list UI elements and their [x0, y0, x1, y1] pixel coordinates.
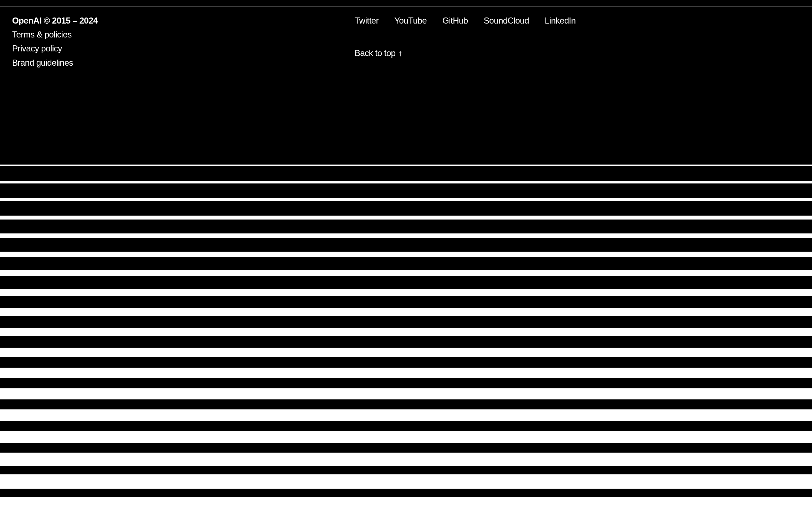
- stripe-gap: [0, 149, 812, 165]
- stripe: [0, 388, 812, 399]
- footer-right-column: Twitter YouTube GitHub SoundCloud Linked…: [226, 15, 800, 68]
- back-to-top-button[interactable]: Back to top ↑: [355, 47, 800, 59]
- stripe: [0, 252, 812, 257]
- stripe: [0, 198, 812, 201]
- stripe: [0, 368, 812, 378]
- github-link[interactable]: GitHub: [442, 15, 468, 26]
- stripe-gap: [0, 489, 812, 497]
- stripe: [0, 431, 812, 443]
- stripe-gap: [0, 466, 812, 475]
- soundcloud-link[interactable]: SoundCloud: [484, 15, 529, 26]
- stripe-gap: [0, 276, 812, 289]
- twitter-link[interactable]: Twitter: [355, 15, 379, 26]
- stripe-gap: [0, 316, 812, 328]
- stripe-gap: [0, 421, 812, 431]
- stripe: [0, 328, 812, 336]
- stripe: [0, 453, 812, 466]
- stripe-gap: [0, 238, 812, 252]
- linkedin-link[interactable]: LinkedIn: [545, 15, 576, 26]
- stripe-gap: [0, 378, 812, 389]
- arrow-up-icon: ↑: [399, 47, 403, 59]
- stripe-gap: [0, 183, 812, 198]
- stripe: [0, 497, 812, 509]
- decorative-stripes: [0, 149, 812, 509]
- stripe-gap: [0, 443, 812, 453]
- stripe-gap: [0, 166, 812, 181]
- privacy-policy-link[interactable]: Privacy policy: [12, 43, 205, 54]
- stripe: [0, 474, 812, 488]
- brand-guidelines-link[interactable]: Brand guidelines: [12, 57, 205, 68]
- stripe-gap: [0, 201, 812, 216]
- back-to-top-label: Back to top: [355, 47, 396, 59]
- stripe-gap: [0, 357, 812, 368]
- stripe: [0, 270, 812, 276]
- footer-left-column: OpenAI © 2015 – 2024 Terms & policies Pr…: [12, 15, 205, 68]
- terms-policies-link[interactable]: Terms & policies: [12, 29, 205, 40]
- stripe-gap: [0, 220, 812, 233]
- stripe-gap: [0, 296, 812, 308]
- stripe: [0, 348, 812, 357]
- stripe: [0, 409, 812, 421]
- stripe-gap: [0, 336, 812, 348]
- stripe-gap: [0, 399, 812, 409]
- stripe: [0, 308, 812, 316]
- social-links-row: Twitter YouTube GitHub SoundCloud Linked…: [355, 15, 800, 26]
- footer: OpenAI © 2015 – 2024 Terms & policies Pr…: [0, 6, 812, 68]
- stripe: [0, 216, 812, 220]
- stripe: [0, 289, 812, 296]
- youtube-link[interactable]: YouTube: [394, 15, 427, 26]
- copyright-text: OpenAI © 2015 – 2024: [12, 15, 205, 26]
- stripe-gap: [0, 257, 812, 270]
- stripe: [0, 233, 812, 238]
